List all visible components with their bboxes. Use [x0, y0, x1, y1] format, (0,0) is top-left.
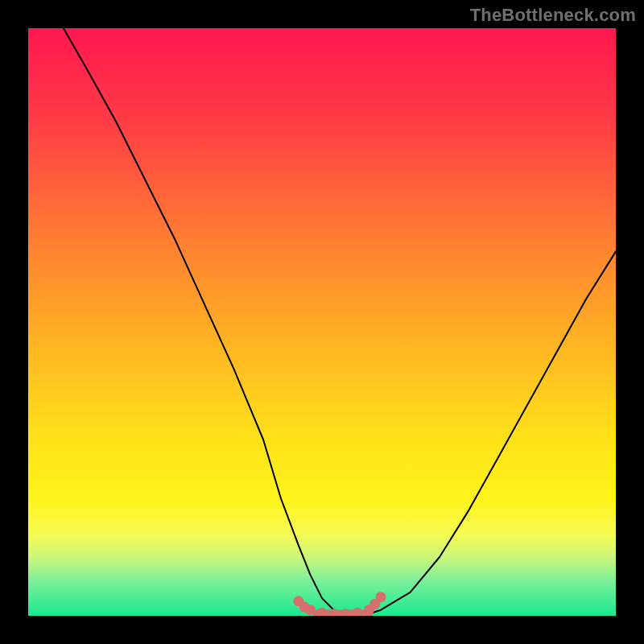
watermark-label: TheBottleneck.com	[470, 5, 636, 26]
plot-area	[28, 28, 616, 616]
gradient-background	[28, 28, 616, 616]
curve-marker	[376, 592, 386, 602]
chart-frame: TheBottleneck.com	[0, 0, 644, 644]
bottleneck-chart	[28, 28, 616, 616]
curve-marker	[305, 605, 316, 615]
